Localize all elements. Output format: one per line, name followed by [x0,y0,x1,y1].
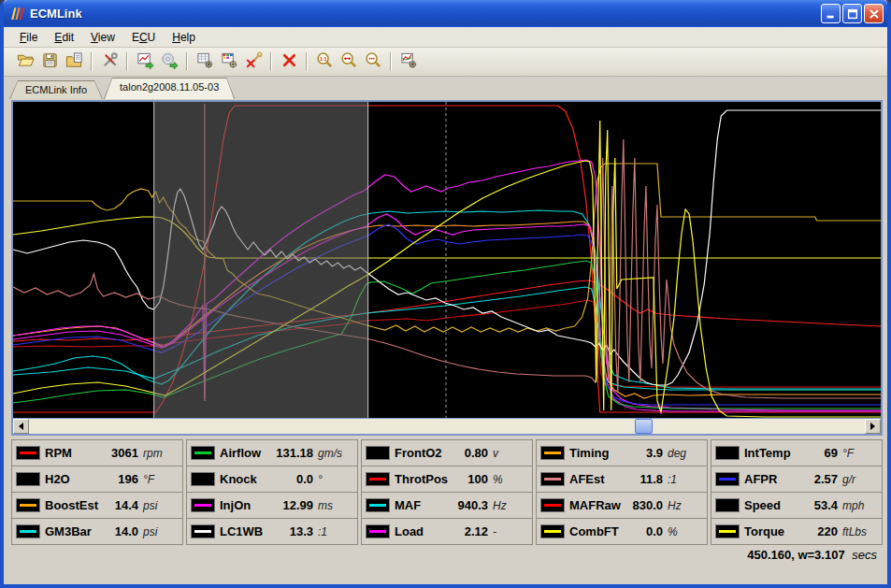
toolbar-button-table-config[interactable] [193,50,217,73]
channel-cell-fronto2[interactable]: FrontO20.80v [361,439,533,466]
toolbar-button-zoom-custom[interactable] [361,50,385,73]
menu-ecu[interactable]: ECU [123,29,164,46]
channel-value: 14.4 [115,498,138,512]
tab-talon2g2008-11-05-03[interactable]: talon2g2008.11.05-03 [104,78,235,99]
toolbar-button-open-log[interactable] [13,50,37,73]
channel-table: RPM3061rpmH2O196°FBoostEst14.4psiGM3Bar1… [11,439,883,545]
channel-column: FrontO20.80vThrotPos100%MAF940.3HzLoad2.… [361,439,533,545]
tab-label: talon2g2008.11.05-03 [105,79,234,99]
channel-color-swatch [715,472,740,486]
scroll-left-button[interactable] [13,419,29,434]
channel-name: AFEst [569,472,635,486]
channel-unit: °F [842,447,877,460]
close-button[interactable] [864,4,884,23]
toolbar-button-zoom-fit-width[interactable] [337,50,361,73]
channel-cell-rpm[interactable]: RPM3061rpm [11,439,183,466]
channel-cell-boostest[interactable]: BoostEst14.4psi [11,492,183,519]
channel-value: 100 [467,472,488,486]
window-title: ECMLink [30,7,821,21]
status-unit: secs [852,548,877,562]
zoom-one-to-one-icon: 1:1 [316,51,334,73]
toolbar-separator [270,52,272,71]
status-time: 450.160, w=3.107 [747,548,844,562]
channel-unit: rpm [143,447,178,460]
menu-view[interactable]: View [82,29,123,46]
toolbar-button-export-chart[interactable] [133,50,157,73]
right-arrow-icon [870,423,879,430]
scrollbar-thumb[interactable] [635,419,653,434]
channel-cell-maf[interactable]: MAF940.3Hz [361,492,533,519]
channel-cell-gm3bar[interactable]: GM3Bar14.0psi [11,518,183,545]
channel-cell-speed[interactable]: Speed53.4mph [711,492,883,519]
channel-cell-torque[interactable]: Torque220ftLbs [711,518,883,545]
channel-name: Knock [220,472,292,486]
channel-name: RPM [45,446,107,460]
channel-unit: g/r [842,473,877,486]
channel-cell-timing[interactable]: Timing3.9deg [536,439,708,466]
maximize-button[interactable] [842,4,862,23]
toolbar-button-open-folder-log[interactable] [62,50,86,73]
toolbar-button-display-config[interactable] [217,50,241,73]
channel-cell-airflow[interactable]: Airflow131.18gm/s [186,439,358,466]
channel-cell-afpr[interactable]: AFPR2.57g/r [711,466,883,493]
export-disc-icon [161,51,179,73]
channel-color-swatch [16,446,40,460]
channel-color-swatch [191,472,215,486]
tab-ecmlink-info[interactable]: ECMLink Info [9,80,103,99]
tools-config-icon [101,51,119,73]
toolbar-button-clear-config[interactable] [241,50,266,73]
graph-scrollbar[interactable] [13,418,881,434]
channel-cell-lc1wb[interactable]: LC1WB13.3:1 [186,518,358,545]
channel-cell-throtpos[interactable]: ThrotPos100% [361,466,533,493]
menu-help[interactable]: Help [164,29,204,46]
channel-unit: gm/s [318,447,352,460]
channel-name: CombFT [569,524,641,538]
toolbar-button-delete-selection[interactable] [277,50,301,73]
channel-value: 196 [118,472,138,486]
toolbar-button-save-log[interactable] [37,50,62,73]
channel-unit: v [493,447,527,460]
channel-unit: % [668,525,702,538]
menu-file[interactable]: File [11,29,46,46]
table-config-icon [196,51,214,73]
toolbar-button-graph-settings[interactable] [396,50,421,73]
minimize-button[interactable] [821,4,841,23]
title-bar: ECMLink [4,0,887,27]
channel-value: 69 [825,446,838,460]
scrollbar-track[interactable] [29,419,865,434]
scroll-right-button[interactable] [865,419,881,434]
channel-value: 0.80 [465,446,488,460]
channel-cell-mafraw[interactable]: MAFRaw830.0Hz [536,492,708,519]
channel-unit: % [493,473,527,486]
export-chart-icon [137,51,154,73]
toolbar-button-zoom-one-to-one[interactable]: 1:1 [312,50,337,73]
channel-cell-load[interactable]: Load2.12- [361,518,533,545]
menu-bar: FileEditViewECUHelp [4,27,887,48]
zoom-fit-width-icon [340,51,358,73]
channel-cell-combft[interactable]: CombFT0.0% [536,518,708,545]
channel-cell-inttemp[interactable]: IntTemp69°F [711,439,883,466]
graph-background [13,102,881,418]
toolbar-button-export-disc[interactable] [157,50,181,73]
channel-color-swatch [191,446,215,460]
channel-unit: ftLbs [842,525,877,538]
channel-name: Airflow [220,446,271,460]
toolbar-button-tools-config[interactable] [97,50,122,73]
menu-edit[interactable]: Edit [46,29,82,46]
log-graph[interactable] [13,102,881,418]
channel-value: 830.0 [632,498,663,512]
toolbar-separator [390,52,392,71]
channel-value: 53.4 [814,498,838,512]
channel-color-swatch [715,524,740,538]
tab-bar: ECMLink Infotalon2g2008.11.05-03 [4,77,887,99]
channel-name: H2O [45,472,113,486]
channel-color-swatch [16,524,40,538]
channel-cell-h2o[interactable]: H2O196°F [11,466,183,493]
channel-cell-knock[interactable]: Knock0.0° [186,466,358,493]
channel-cell-injon[interactable]: InjOn12.99ms [186,492,358,519]
channel-unit: psi [143,525,178,538]
channel-name: Torque [744,524,812,538]
selection-region[interactable] [154,102,368,418]
channel-cell-afest[interactable]: AFEst11.8:1 [536,466,708,493]
channel-color-swatch [16,472,40,486]
